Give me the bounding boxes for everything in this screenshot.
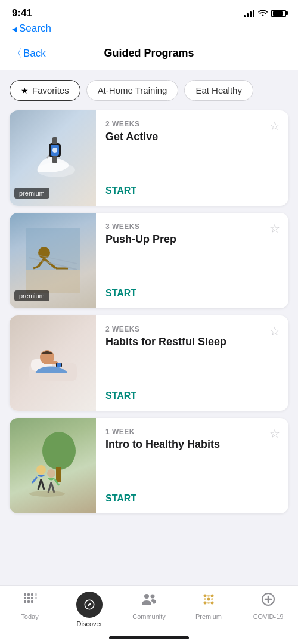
svg-rect-32 — [27, 593, 30, 596]
tab-favorites-label: Favorites — [32, 85, 69, 95]
svg-rect-7 — [26, 270, 80, 293]
premium-icon — [201, 592, 216, 611]
program-start-button-4[interactable]: START — [105, 493, 280, 504]
svg-marker-43 — [88, 603, 91, 606]
nav-label-community: Community — [132, 613, 166, 620]
program-duration-4: 1 WEEK — [105, 428, 280, 436]
svg-rect-3 — [52, 137, 57, 144]
back-chevron-icon: 〈 — [12, 47, 22, 60]
svg-point-45 — [151, 595, 155, 599]
program-info-pushup: 3 WEEKS Push-Up Prep START ☆ — [96, 213, 288, 308]
favorite-icon-2[interactable]: ☆ — [269, 221, 280, 236]
program-info-get-active: 2 WEEKS Get Active START ☆ — [96, 110, 288, 206]
program-start-button-2[interactable]: START — [105, 288, 280, 299]
premium-badge: premium — [14, 188, 49, 199]
nav-item-premium[interactable]: Premium — [191, 592, 226, 627]
program-duration-3: 2 WEEKS — [105, 325, 280, 333]
program-image-sleep — [10, 315, 96, 411]
search-bar[interactable]: ◂ Search — [0, 21, 298, 41]
nav-item-today[interactable]: Today — [12, 592, 48, 627]
tab-at-home-training[interactable]: At-Home Training — [86, 80, 179, 101]
svg-point-47 — [211, 595, 214, 597]
program-duration: 2 WEEKS — [105, 120, 280, 128]
svg-rect-31 — [24, 593, 26, 596]
nav-header: 〈 Back Guided Programs — [0, 41, 298, 70]
nav-item-discover[interactable]: Discover — [72, 592, 107, 627]
svg-point-26 — [47, 469, 55, 478]
page-title: Guided Programs — [60, 47, 238, 60]
svg-point-30 — [29, 491, 65, 497]
svg-point-53 — [211, 598, 213, 600]
program-card-pushup-prep[interactable]: premium 3 WEEKS Push-Up Prep START ☆ — [10, 213, 288, 308]
program-card-habits[interactable]: 1 WEEK Intro to Healthy Habits START ☆ — [10, 418, 288, 513]
program-info-sleep: 2 WEEKS Habits for Restful Sleep START ☆ — [96, 315, 288, 411]
svg-point-22 — [36, 465, 46, 475]
program-image-habits — [10, 418, 96, 513]
program-start-button-3[interactable]: START — [105, 391, 280, 401]
program-title-3: Habits for Restful Sleep — [105, 336, 280, 349]
svg-rect-41 — [35, 597, 37, 599]
svg-rect-36 — [31, 597, 33, 599]
svg-rect-34 — [24, 597, 26, 599]
favorite-icon-4[interactable]: ☆ — [269, 426, 280, 441]
nav-item-community[interactable]: Community — [131, 592, 167, 627]
bottom-nav: Today Discover Community — [0, 585, 298, 644]
battery-icon — [271, 10, 286, 17]
svg-rect-33 — [31, 593, 33, 596]
svg-point-51 — [207, 595, 210, 597]
tab-eat-healthy[interactable]: Eat Healthy — [184, 80, 253, 101]
svg-line-25 — [32, 477, 37, 483]
svg-point-52 — [204, 598, 206, 600]
svg-point-50 — [207, 598, 210, 601]
covid-icon — [260, 592, 276, 611]
search-arrow-icon: ◂ — [12, 23, 17, 35]
favorite-icon[interactable]: ☆ — [269, 119, 280, 133]
status-time: 9:41 — [12, 7, 32, 19]
home-indicator — [109, 636, 189, 639]
favorite-icon-3[interactable]: ☆ — [269, 324, 280, 338]
tab-at-home-label: At-Home Training — [98, 85, 167, 95]
nav-item-covid[interactable]: COVID-19 — [250, 592, 286, 627]
status-icons — [244, 8, 286, 18]
program-info-habits: 1 WEEK Intro to Healthy Habits START ☆ — [96, 418, 288, 513]
today-icon — [22, 592, 38, 611]
programs-list: premium 2 WEEKS Get Active START ☆ — [0, 110, 298, 519]
community-icon — [141, 592, 157, 611]
filter-tabs: ★ Favorites At-Home Training Eat Healthy — [0, 70, 298, 110]
svg-rect-37 — [24, 600, 26, 603]
svg-point-46 — [204, 595, 207, 597]
svg-point-48 — [204, 602, 207, 605]
nav-label-premium: Premium — [195, 613, 222, 620]
program-image-get-active: premium — [10, 110, 96, 206]
program-card-get-active[interactable]: premium 2 WEEKS Get Active START ☆ — [10, 110, 288, 206]
svg-point-44 — [144, 594, 149, 599]
nav-label-discover: Discover — [77, 620, 103, 627]
back-button[interactable]: 〈 Back — [12, 47, 60, 60]
wifi-icon — [258, 8, 268, 18]
program-start-button[interactable]: START — [105, 185, 280, 196]
search-label: Search — [19, 23, 51, 35]
svg-line-24 — [41, 479, 44, 490]
discover-icon — [76, 592, 103, 618]
svg-rect-38 — [27, 600, 30, 603]
svg-rect-21 — [56, 467, 61, 482]
svg-point-54 — [207, 602, 210, 604]
nav-label-today: Today — [21, 613, 38, 620]
svg-point-20 — [42, 432, 76, 470]
program-title: Get Active — [105, 131, 280, 144]
svg-point-49 — [211, 602, 214, 605]
program-title-2: Push-Up Prep — [105, 233, 280, 246]
signal-bars-icon — [244, 9, 254, 17]
tab-eat-healthy-label: Eat Healthy — [195, 85, 242, 95]
svg-rect-39 — [31, 600, 33, 603]
tab-favorites[interactable]: ★ Favorites — [10, 80, 80, 101]
svg-rect-35 — [27, 597, 30, 599]
program-card-sleep[interactable]: 2 WEEKS Habits for Restful Sleep START ☆ — [10, 315, 288, 411]
premium-badge-2: premium — [14, 290, 49, 301]
status-bar: 9:41 — [0, 0, 298, 21]
star-icon: ★ — [21, 86, 29, 95]
svg-point-5 — [52, 148, 57, 153]
program-duration-2: 3 WEEKS — [105, 222, 280, 231]
search-link[interactable]: ◂ Search — [12, 23, 286, 35]
svg-rect-4 — [52, 156, 57, 163]
